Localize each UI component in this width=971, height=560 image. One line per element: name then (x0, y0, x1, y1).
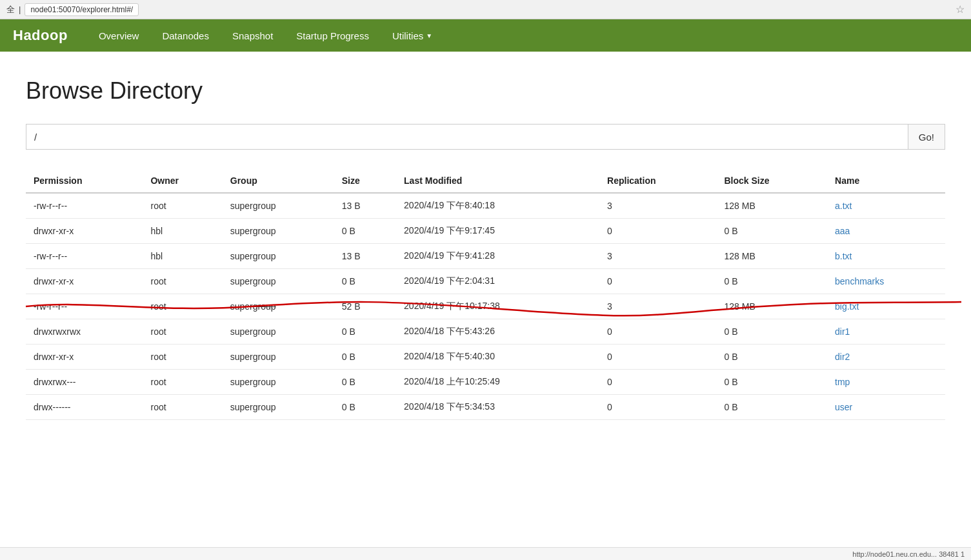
cell-replication: 3 (599, 294, 716, 319)
go-button[interactable]: Go! (908, 124, 945, 150)
cell-name[interactable]: user (827, 395, 945, 420)
cell-name[interactable]: b.txt (827, 244, 945, 269)
col-name: Name (827, 169, 945, 193)
separator: | (19, 5, 21, 14)
cell-size: 0 B (334, 219, 396, 244)
cell-replication: 0 (599, 269, 716, 294)
cell-modified: 2020/4/19 下午9:17:45 (396, 219, 599, 244)
col-replication: Replication (599, 169, 716, 193)
cell-permission: -rw-r--r-- (26, 294, 143, 319)
table-row: drwxr-xr-xrootsupergroup0 B2020/4/19 下午2… (26, 269, 945, 294)
cell-permission: drwxr-xr-x (26, 219, 143, 244)
cell-owner: root (143, 395, 222, 420)
cell-block-size: 128 MB (717, 193, 828, 219)
cell-name[interactable]: tmp (827, 370, 945, 395)
file-link[interactable]: dir2 (835, 352, 850, 362)
cell-size: 0 B (334, 395, 396, 420)
cell-permission: drwxrwxrwx (26, 319, 143, 345)
nav-menu: Overview Datanodes Snapshot Startup Prog… (87, 19, 444, 52)
cell-owner: root (143, 269, 222, 294)
cell-block-size: 0 B (717, 345, 828, 370)
file-link[interactable]: b.txt (835, 251, 852, 261)
cell-size: 13 B (334, 193, 396, 219)
cell-name[interactable]: big.txt (827, 294, 945, 319)
chevron-down-icon: ▼ (426, 32, 432, 39)
cell-size: 0 B (334, 269, 396, 294)
url-bar[interactable]: node01:50070/explorer.html#/ (25, 3, 139, 16)
cell-group: supergroup (223, 219, 334, 244)
cell-owner: hbl (143, 219, 222, 244)
col-group: Group (223, 169, 334, 193)
nav-item-startup-progress[interactable]: Startup Progress (285, 19, 381, 52)
cell-name[interactable]: a.txt (827, 193, 945, 219)
file-link[interactable]: big.txt (835, 301, 859, 312)
nav-item-overview[interactable]: Overview (87, 19, 151, 52)
table-row: drwxrwx---rootsupergroup0 B2020/4/18 上午1… (26, 370, 945, 395)
cell-block-size: 0 B (717, 219, 828, 244)
table-row: drwxr-xr-xrootsupergroup0 B2020/4/18 下午5… (26, 345, 945, 370)
file-link[interactable]: a.txt (835, 201, 852, 211)
col-size: Size (334, 169, 396, 193)
browser-bar: 全 | node01:50070/explorer.html#/ ☆ (0, 0, 971, 19)
navbar: Hadoop Overview Datanodes Snapshot Start… (0, 19, 971, 52)
cell-name[interactable]: benchmarks (827, 269, 945, 294)
cell-permission: -rw-r--r-- (26, 193, 143, 219)
browser-prefix: 全 (6, 4, 15, 15)
cell-group: supergroup (223, 319, 334, 345)
cell-group: supergroup (223, 269, 334, 294)
cell-block-size: 0 B (717, 269, 828, 294)
cell-size: 0 B (334, 345, 396, 370)
cell-modified: 2020/4/19 下午8:40:18 (396, 193, 599, 219)
cell-group: supergroup (223, 345, 334, 370)
file-link[interactable]: dir1 (835, 326, 850, 337)
cell-replication: 0 (599, 219, 716, 244)
cell-modified: 2020/4/18 下午5:34:53 (396, 395, 599, 420)
star-icon[interactable]: ☆ (956, 3, 965, 15)
table-row: drwx------rootsupergroup0 B2020/4/18 下午5… (26, 395, 945, 420)
cell-owner: root (143, 319, 222, 345)
cell-replication: 0 (599, 370, 716, 395)
cell-block-size: 128 MB (717, 244, 828, 269)
table-row: -rw-r--r--rootsupergroup13 B2020/4/19 下午… (26, 193, 945, 219)
nav-item-snapshot[interactable]: Snapshot (221, 19, 285, 52)
cell-permission: -rw-r--r-- (26, 244, 143, 269)
cell-block-size: 0 B (717, 395, 828, 420)
table-row: drwxr-xr-xhblsupergroup0 B2020/4/19 下午9:… (26, 219, 945, 244)
path-input[interactable] (26, 124, 908, 150)
cell-modified: 2020/4/18 上午10:25:49 (396, 370, 599, 395)
table-row: -rw-r--r--rootsupergroup52 B2020/4/19 下午… (26, 294, 945, 319)
cell-name[interactable]: aaa (827, 219, 945, 244)
file-link[interactable]: tmp (835, 377, 850, 387)
col-owner: Owner (143, 169, 222, 193)
cell-group: supergroup (223, 395, 334, 420)
cell-modified: 2020/4/19 下午2:04:31 (396, 269, 599, 294)
brand-logo[interactable]: Hadoop (13, 27, 68, 44)
cell-group: supergroup (223, 370, 334, 395)
cell-group: supergroup (223, 244, 334, 269)
page-title: Browse Directory (26, 77, 945, 105)
nav-item-datanodes[interactable]: Datanodes (150, 19, 221, 52)
cell-name[interactable]: dir1 (827, 319, 945, 345)
cell-replication: 3 (599, 193, 716, 219)
directory-table: Permission Owner Group Size Last Modifie… (26, 169, 945, 420)
cell-replication: 0 (599, 395, 716, 420)
col-permission: Permission (26, 169, 143, 193)
file-link[interactable]: aaa (835, 226, 850, 236)
file-link[interactable]: user (835, 402, 852, 412)
cell-modified: 2020/4/18 下午5:40:30 (396, 345, 599, 370)
cell-block-size: 128 MB (717, 294, 828, 319)
cell-block-size: 0 B (717, 370, 828, 395)
file-link[interactable]: benchmarks (835, 276, 884, 286)
cell-replication: 3 (599, 244, 716, 269)
cell-size: 0 B (334, 370, 396, 395)
cell-size: 13 B (334, 244, 396, 269)
cell-group: supergroup (223, 294, 334, 319)
path-row: Go! (26, 124, 945, 150)
cell-owner: root (143, 370, 222, 395)
browser-bar-left: 全 | node01:50070/explorer.html#/ (6, 3, 139, 16)
cell-modified: 2020/4/19 下午9:41:28 (396, 244, 599, 269)
cell-name[interactable]: dir2 (827, 345, 945, 370)
cell-modified: 2020/4/19 下午10:17:38 (396, 294, 599, 319)
nav-item-utilities[interactable]: Utilities ▼ (381, 19, 444, 52)
cell-modified: 2020/4/18 下午5:43:26 (396, 319, 599, 345)
